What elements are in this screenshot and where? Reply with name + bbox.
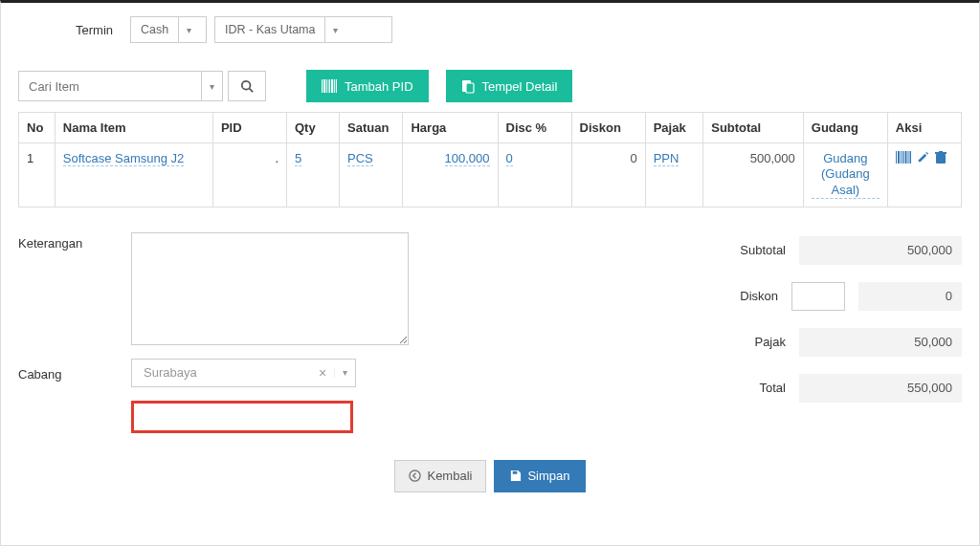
simpan-label: Simpan: [527, 469, 569, 483]
highlight-box: [131, 401, 353, 433]
cell-qty[interactable]: 5: [295, 151, 301, 166]
svg-rect-14: [902, 151, 903, 164]
svg-point-21: [410, 470, 420, 481]
termin-label: Termin: [76, 23, 113, 37]
account-value: IDR - Kas Utama: [215, 17, 324, 42]
diskon-input[interactable]: [791, 282, 845, 311]
cell-satuan[interactable]: PCS: [347, 151, 373, 166]
back-icon: [409, 470, 421, 482]
svg-rect-5: [329, 79, 330, 93]
items-table: No Nama Item PID Qty Satuan Harga Disc %…: [18, 112, 962, 207]
col-gudang: Gudang: [803, 113, 887, 143]
kembali-button[interactable]: Kembali: [394, 460, 486, 492]
svg-point-0: [242, 81, 251, 90]
col-qty: Qty: [287, 113, 340, 143]
subtotal-value: 500,000: [799, 236, 962, 265]
search-button[interactable]: [228, 71, 266, 101]
subtotal-label: Subtotal: [740, 243, 786, 257]
svg-line-1: [250, 89, 254, 93]
keterangan-textarea[interactable]: [131, 232, 409, 345]
col-harga: Harga: [403, 113, 498, 143]
svg-rect-17: [909, 151, 911, 164]
cell-diskon: 0: [571, 143, 645, 207]
svg-rect-11: [896, 151, 897, 164]
col-subtotal: Subtotal: [703, 113, 804, 143]
termin-value: Cash: [131, 17, 178, 42]
caret-down-icon: ▾: [178, 17, 199, 42]
diskon-label: Diskon: [740, 289, 778, 303]
cabang-label: Cabang: [18, 363, 114, 382]
table-row: 1 Softcase Samsung J2 . 5 PCS 100,000 0 …: [19, 143, 962, 207]
table-header-row: No Nama Item PID Qty Satuan Harga Disc %…: [19, 113, 962, 143]
termin-select[interactable]: Cash ▾: [130, 16, 207, 43]
total-label: Total: [760, 381, 786, 395]
svg-rect-2: [322, 79, 323, 93]
total-value: 550,000: [799, 374, 962, 403]
caret-down-icon: ▾: [334, 367, 355, 378]
kembali-label: Kembali: [427, 469, 472, 483]
cell-pajak[interactable]: PPN: [654, 151, 679, 166]
svg-rect-12: [898, 151, 900, 164]
diskon-value: 0: [858, 282, 962, 311]
svg-rect-13: [901, 151, 902, 164]
svg-rect-20: [939, 151, 943, 153]
search-icon: [240, 79, 254, 93]
col-diskon: Diskon: [571, 113, 645, 143]
tempel-detail-button[interactable]: Tempel Detail: [446, 70, 573, 102]
col-aksi: Aksi: [887, 113, 961, 143]
cell-discpct[interactable]: 0: [506, 151, 513, 166]
cell-subtotal: 500,000: [703, 143, 804, 207]
caret-down-icon: ▾: [324, 17, 345, 42]
cell-pid: .: [212, 143, 286, 207]
keterangan-label: Keterangan: [18, 232, 114, 251]
svg-rect-18: [936, 154, 946, 164]
cabang-value: Surabaya: [132, 365, 311, 380]
account-select[interactable]: IDR - Kas Utama ▾: [214, 16, 392, 43]
paste-icon: [461, 79, 475, 94]
barcode-icon: [322, 79, 337, 93]
item-search-combo[interactable]: ▾: [18, 71, 223, 101]
cabang-select[interactable]: Surabaya × ▾: [131, 359, 356, 387]
svg-rect-15: [904, 151, 906, 164]
tambah-pid-label: Tambah PID: [345, 79, 413, 94]
svg-rect-10: [466, 83, 474, 93]
col-no: No: [19, 113, 56, 143]
item-search-input[interactable]: [19, 72, 201, 100]
col-pajak: Pajak: [645, 113, 703, 143]
delete-icon[interactable]: [935, 151, 947, 164]
tempel-detail-label: Tempel Detail: [482, 79, 558, 94]
cell-gudang[interactable]: Gudang (Gudang Asal): [812, 151, 880, 199]
barcode-icon[interactable]: [896, 151, 911, 164]
col-discpct: Disc %: [498, 113, 571, 143]
tambah-pid-button[interactable]: Tambah PID: [306, 70, 429, 102]
svg-rect-4: [326, 79, 327, 93]
col-pid: PID: [212, 113, 286, 143]
svg-rect-8: [336, 79, 337, 93]
cell-nama-item[interactable]: Softcase Samsung J2: [63, 151, 184, 166]
edit-icon[interactable]: [917, 151, 929, 164]
col-satuan: Satuan: [340, 113, 403, 143]
cell-harga[interactable]: 100,000: [445, 151, 490, 166]
cell-no: 1: [19, 143, 56, 207]
col-nama: Nama Item: [55, 113, 212, 143]
save-icon: [509, 470, 522, 482]
simpan-button[interactable]: Simpan: [494, 460, 585, 492]
svg-rect-6: [331, 79, 333, 93]
pajak-value: 50,000: [799, 328, 962, 357]
svg-rect-16: [907, 151, 908, 164]
caret-down-icon: ▾: [201, 72, 222, 100]
svg-rect-3: [323, 79, 325, 93]
pajak-label: Pajak: [754, 335, 786, 349]
clear-icon[interactable]: ×: [311, 365, 334, 381]
svg-rect-7: [334, 79, 335, 93]
